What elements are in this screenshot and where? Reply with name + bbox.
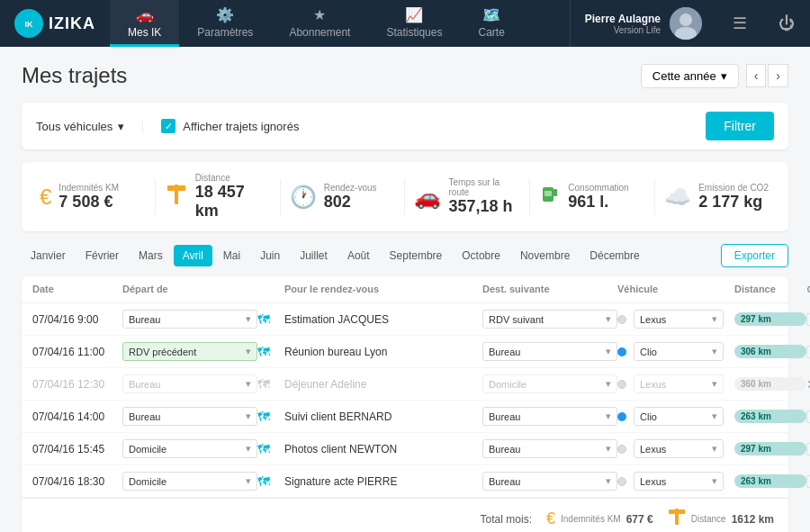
month-avril[interactable]: Avril bbox=[174, 245, 212, 266]
row1-dest-select[interactable]: RDV suivant▾ bbox=[482, 310, 617, 329]
nav-item-mes-ik[interactable]: 🚗 Mes IK bbox=[110, 0, 179, 47]
row2-rdv-text: Réunion bureau Lyon bbox=[284, 346, 482, 358]
row3-date: 07/04/16 12:30 bbox=[32, 378, 122, 391]
stat-rdv-value: 802 bbox=[324, 193, 377, 212]
nav-label-mes-ik: Mes IK bbox=[128, 26, 161, 39]
fuel-icon bbox=[539, 184, 561, 211]
next-period-button[interactable]: › bbox=[768, 64, 788, 87]
svg-rect-11 bbox=[675, 509, 679, 525]
month-mars[interactable]: Mars bbox=[130, 245, 172, 266]
row3-dest-select[interactable]: Domicile▾ bbox=[482, 374, 617, 393]
table-row: 07/04/16 14:00 Bureau▾ 🗺 Suivi client BE… bbox=[22, 401, 788, 433]
filter-button[interactable]: Filtrer bbox=[706, 112, 774, 140]
menu-button[interactable]: ☰ bbox=[716, 0, 763, 47]
vehicle-select[interactable]: Tous véhicules ▾ bbox=[36, 120, 143, 133]
row1-map-icon[interactable]: 🗺 bbox=[257, 312, 284, 327]
prev-period-button[interactable]: ‹ bbox=[746, 64, 767, 87]
row4-depart-select[interactable]: Bureau▾ bbox=[122, 407, 257, 426]
col-dest: Dest. suivante bbox=[482, 284, 617, 295]
stat-divider-2 bbox=[280, 179, 281, 215]
row4-vehicle-select[interactable]: Clio▾ bbox=[634, 407, 724, 426]
row6-vehicle-cell: Lexus▾ bbox=[617, 472, 734, 491]
row3-vehicle-select[interactable]: Lexus▾ bbox=[634, 374, 724, 393]
col-map bbox=[257, 284, 284, 295]
row5-map-icon[interactable]: 🗺 bbox=[257, 442, 284, 456]
nav-item-parametres[interactable]: ⚙️ Paramètres bbox=[179, 0, 271, 47]
user-name: Pierre Aulagne bbox=[585, 13, 661, 25]
footer-indemnites-value: 677 € bbox=[626, 513, 653, 526]
month-novembre[interactable]: Novembre bbox=[511, 245, 579, 266]
table-row: 07/04/16 12:30 Bureau▾ 🗺 Déjeuner Adelin… bbox=[22, 368, 788, 401]
vehicle-filter-label: Tous véhicules bbox=[36, 120, 112, 133]
row1-depart-select[interactable]: Bureau▾ bbox=[122, 310, 257, 329]
row3-distance: 360 km bbox=[734, 377, 806, 391]
row2-dest-select[interactable]: Bureau▾ bbox=[482, 342, 617, 361]
month-decembre[interactable]: Décembre bbox=[580, 245, 648, 266]
row6-rdv-text: Signature acte PIERRE bbox=[284, 475, 482, 488]
stat-indemnites-value: 7 508 € bbox=[58, 193, 119, 212]
row5-depart-select[interactable]: Domicile▾ bbox=[122, 439, 257, 458]
month-janvier[interactable]: Janvier bbox=[22, 245, 75, 266]
row3-map-icon[interactable]: 🗺 bbox=[257, 377, 284, 392]
month-octobre[interactable]: Octobre bbox=[453, 245, 509, 266]
stat-distance-value: 18 457 km bbox=[195, 183, 271, 221]
row5-vehicle-select[interactable]: Lexus▾ bbox=[634, 439, 724, 458]
avatar[interactable] bbox=[670, 7, 702, 40]
row6-vehicle-select[interactable]: Lexus▾ bbox=[634, 472, 724, 491]
svg-rect-12 bbox=[669, 509, 675, 514]
months-bar: Janvier Février Mars Avril Mai Juin Juil… bbox=[22, 244, 788, 267]
stat-temps-value: 357,18 h bbox=[448, 197, 520, 216]
stat-divider-1 bbox=[155, 179, 156, 215]
chart-icon: 📈 bbox=[405, 6, 423, 23]
row6-depart-select[interactable]: Domicile▾ bbox=[122, 472, 257, 491]
stat-co2: ☁️ Emission de CO2 2 177 kg bbox=[664, 183, 770, 212]
table-row: 07/04/16 9:00 Bureau▾ 🗺 Estimation JACQU… bbox=[22, 303, 788, 336]
stat-distance: Distance 18 457 km bbox=[165, 173, 271, 221]
period-selector[interactable]: Cette année ▾ bbox=[641, 64, 739, 88]
row2-distance: 306 km bbox=[734, 345, 806, 358]
row6-dest-select[interactable]: Bureau▾ bbox=[482, 472, 617, 491]
row2-checkbox[interactable] bbox=[806, 346, 810, 358]
row4-checkbox[interactable] bbox=[806, 410, 810, 423]
month-aout[interactable]: Août bbox=[338, 245, 379, 266]
row5-date: 07/04/16 15:45 bbox=[32, 443, 122, 455]
row5-checkbox[interactable] bbox=[806, 443, 810, 455]
stat-distance-info: Distance 18 457 km bbox=[195, 173, 271, 221]
ignored-checkbox[interactable]: ✓ bbox=[161, 119, 176, 133]
svg-rect-5 bbox=[175, 185, 178, 204]
stat-divider-4 bbox=[529, 179, 530, 215]
nav-item-statistiques[interactable]: 📈 Statistiques bbox=[368, 0, 460, 47]
month-juillet[interactable]: Juillet bbox=[291, 245, 337, 266]
star-icon: ★ bbox=[313, 6, 326, 23]
footer-road-icon bbox=[668, 508, 686, 530]
row4-distance: 263 km bbox=[734, 410, 806, 423]
row2-map-icon[interactable]: 🗺 bbox=[257, 345, 284, 359]
month-fevrier[interactable]: Février bbox=[76, 245, 128, 266]
export-button[interactable]: Exporter bbox=[721, 244, 788, 267]
user-version: Version Life bbox=[585, 25, 661, 35]
row4-date: 07/04/16 14:00 bbox=[32, 410, 122, 423]
month-septembre[interactable]: Septembre bbox=[381, 245, 452, 266]
row3-depart-select[interactable]: Bureau▾ bbox=[122, 374, 257, 393]
power-button[interactable]: ⏻ bbox=[763, 0, 810, 47]
nav-item-carte[interactable]: 🗺️ Carte bbox=[460, 0, 522, 47]
row1-vehicle-select[interactable]: Lexus▾ bbox=[634, 310, 724, 329]
row2-vehicle-select[interactable]: Clio▾ bbox=[634, 342, 724, 361]
row2-depart-select[interactable]: RDV précédent▾ bbox=[122, 342, 257, 361]
row6-checkbox[interactable] bbox=[806, 475, 810, 488]
month-juin[interactable]: Juin bbox=[251, 245, 289, 266]
row3-vehicle-cell: Lexus▾ bbox=[617, 374, 734, 393]
filter-bar: Tous véhicules ▾ ✓ Afficher trajets igno… bbox=[22, 103, 788, 149]
row4-map-icon[interactable]: 🗺 bbox=[257, 410, 284, 424]
row1-rdv-text: Estimation JACQUES bbox=[284, 313, 482, 326]
row6-map-icon[interactable]: 🗺 bbox=[257, 474, 284, 489]
row5-dest-select[interactable]: Bureau▾ bbox=[482, 439, 617, 458]
row1-checkbox[interactable] bbox=[806, 313, 810, 326]
col-check: ⊙ bbox=[806, 284, 810, 295]
row3-remove-button[interactable]: ✕ bbox=[806, 377, 810, 392]
row5-rdv-text: Photos client NEWTON bbox=[284, 443, 482, 455]
row4-dest-select[interactable]: Bureau▾ bbox=[482, 407, 617, 426]
nav-item-abonnement[interactable]: ★ Abonnement bbox=[271, 0, 368, 47]
row5-distance: 297 km bbox=[734, 442, 806, 455]
month-mai[interactable]: Mai bbox=[214, 245, 249, 266]
